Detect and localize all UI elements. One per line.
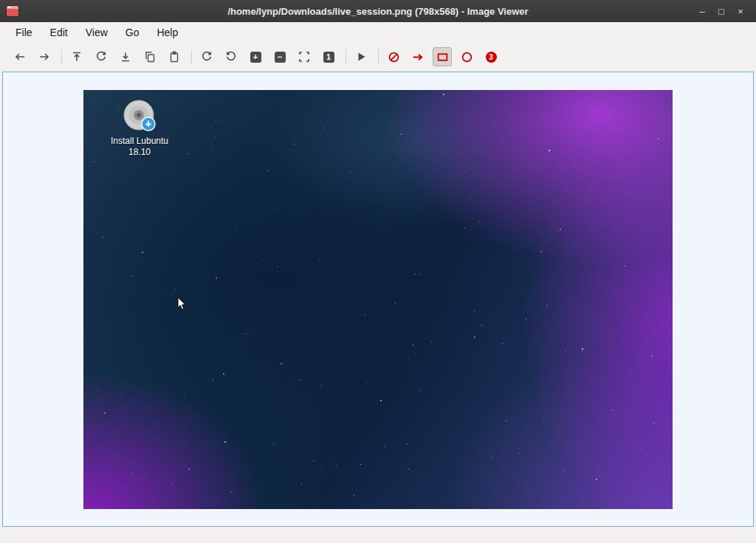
- number-annotation-button[interactable]: 3: [481, 47, 501, 66]
- star: [420, 425, 421, 426]
- paste-icon: [168, 51, 180, 63]
- arrow-annotation-button[interactable]: [408, 47, 427, 66]
- star: [184, 443, 185, 443]
- menu-edit[interactable]: Edit: [42, 24, 76, 41]
- star: [543, 418, 543, 419]
- titlebar[interactable]: /home/lynp/Downloads/live_session.png (7…: [0, 0, 756, 22]
- mouse-cursor-icon: [177, 297, 188, 311]
- desktop-icon-label: Install Lubuntu 18.10: [111, 136, 168, 158]
- star: [132, 473, 133, 474]
- star: [565, 350, 566, 351]
- star: [231, 491, 232, 492]
- star: [395, 302, 396, 303]
- star: [653, 333, 654, 333]
- arrow-annotation-icon: [412, 51, 425, 63]
- toolbar-separator: [61, 49, 62, 64]
- toolbar: + − 1 3: [0, 43, 756, 71]
- star: [300, 379, 301, 380]
- window-title: /home/lynp/Downloads/live_session.png (7…: [0, 6, 756, 17]
- star: [502, 343, 504, 345]
- menu-go[interactable]: Go: [117, 24, 148, 41]
- star: [596, 479, 597, 480]
- minimize-button[interactable]: –: [694, 3, 710, 19]
- close-button[interactable]: ×: [732, 3, 749, 19]
- no-annotation-icon: [388, 51, 400, 63]
- zoom-in-button[interactable]: +: [246, 47, 265, 66]
- upload-button[interactable]: [67, 47, 86, 66]
- copy-icon: [144, 51, 156, 63]
- original-size-button[interactable]: 1: [319, 47, 338, 66]
- star: [591, 230, 592, 231]
- window-controls: – □ ×: [694, 3, 756, 19]
- star: [602, 418, 602, 418]
- maximize-button[interactable]: □: [713, 3, 729, 19]
- original-size-icon: 1: [323, 52, 334, 63]
- star: [585, 488, 585, 488]
- star: [294, 144, 295, 145]
- image-canvas[interactable]: Install Lubuntu 18.10: [2, 72, 754, 527]
- star: [322, 468, 323, 468]
- rotate-clockwise-icon: [201, 51, 213, 63]
- star: [188, 153, 189, 154]
- circle-annotation-button[interactable]: [457, 47, 476, 66]
- star: [653, 423, 654, 423]
- star: [142, 252, 143, 253]
- menu-view[interactable]: View: [78, 24, 116, 41]
- zoom-out-icon: −: [275, 52, 286, 63]
- star: [122, 424, 123, 425]
- star: [319, 259, 320, 260]
- star: [526, 319, 526, 319]
- star: [350, 171, 351, 172]
- star: [290, 420, 291, 421]
- star: [651, 355, 653, 356]
- star: [420, 274, 421, 274]
- star: [380, 400, 382, 401]
- star: [354, 495, 354, 496]
- reload-icon: [95, 51, 107, 63]
- circle-annotation-icon: [461, 51, 473, 63]
- star: [365, 382, 366, 383]
- upload-icon: [71, 51, 83, 63]
- star: [540, 251, 542, 252]
- star: [281, 363, 282, 364]
- star: [385, 446, 386, 447]
- star: [216, 277, 217, 279]
- no-annotation-button[interactable]: [384, 47, 403, 66]
- next-button[interactable]: [35, 47, 54, 66]
- star: [175, 289, 176, 290]
- menu-help[interactable]: Help: [148, 24, 186, 41]
- star: [464, 171, 464, 172]
- previous-button[interactable]: [10, 47, 30, 66]
- star: [492, 457, 492, 457]
- star: [470, 199, 470, 200]
- star: [215, 137, 216, 138]
- star: [408, 358, 409, 359]
- image-viewer-window: /home/lynp/Downloads/live_session.png (7…: [0, 0, 756, 543]
- star: [502, 142, 503, 143]
- save-button[interactable]: [116, 47, 135, 66]
- menu-file[interactable]: File: [7, 24, 41, 41]
- statusbar: [0, 527, 756, 543]
- copy-button[interactable]: [140, 47, 159, 66]
- paste-button[interactable]: [165, 47, 184, 66]
- slideshow-button[interactable]: [351, 47, 371, 66]
- star: [103, 237, 103, 238]
- rotate-clockwise-button[interactable]: [197, 47, 216, 66]
- star: [313, 460, 314, 461]
- reload-button[interactable]: [92, 47, 111, 66]
- star: [519, 453, 520, 454]
- star: [420, 391, 421, 392]
- star: [94, 162, 94, 162]
- rotate-counterclockwise-button[interactable]: [221, 47, 241, 66]
- zoom-out-button[interactable]: −: [270, 47, 289, 66]
- star: [490, 316, 491, 317]
- star: [315, 249, 315, 250]
- star: [474, 311, 475, 311]
- star: [246, 333, 247, 334]
- star: [267, 170, 268, 171]
- fit-window-button[interactable]: [295, 47, 314, 66]
- star: [560, 229, 561, 230]
- star: [365, 314, 365, 315]
- rectangle-annotation-button[interactable]: [433, 47, 452, 66]
- install-lubuntu-desktop-icon: Install Lubuntu 18.10: [103, 99, 176, 158]
